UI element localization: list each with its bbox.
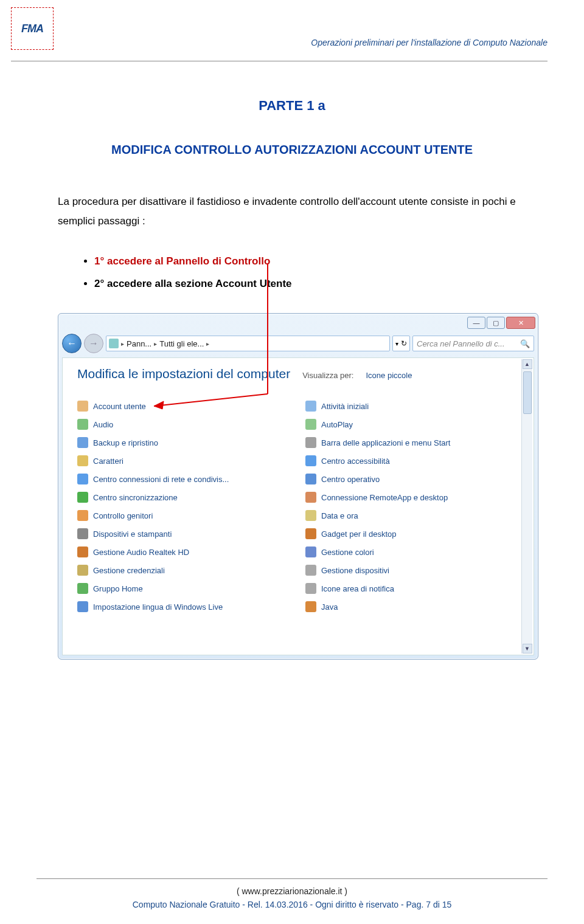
control-panel-window: — ▢ ✕ ← → ▸ Pann... ▸ Tutti gli ele... ▸… — [58, 313, 538, 660]
scroll-track[interactable] — [523, 369, 532, 644]
cp-item-label: Dispositivi e stampanti — [93, 529, 172, 539]
cp-item[interactable]: AutoPlay — [305, 418, 523, 431]
chevron-down-icon[interactable]: ▾ — [395, 340, 398, 347]
cp-item-icon — [305, 565, 316, 576]
page-footer: ( www.prezziarionazionale.it ) Computo N… — [0, 878, 584, 909]
arrow-right-icon: → — [89, 338, 99, 349]
cp-item-icon — [77, 492, 88, 503]
svg-marker-2 — [154, 401, 164, 409]
cp-item-label: Java — [321, 602, 338, 612]
page-header: FMA Operazioni preliminari per l'install… — [0, 0, 584, 61]
cp-item-label: Data e ora — [321, 511, 358, 520]
cp-item[interactable]: Impostazione lingua di Windows Live — [77, 600, 294, 613]
scrollbar[interactable]: ▲ ▼ — [521, 359, 532, 653]
cp-item[interactable]: Gruppo Home — [77, 582, 294, 595]
back-button[interactable]: ← — [62, 334, 82, 353]
cp-item[interactable]: Centro sincronizzazione — [77, 491, 294, 504]
cp-item-icon — [305, 492, 316, 503]
cp-item[interactable]: Connessione RemoteApp e desktop — [305, 491, 523, 504]
cp-item[interactable]: Centro accessibilità — [305, 454, 523, 467]
footer-line-2: Computo Nazionale Gratuito - Rel. 14.03.… — [0, 900, 584, 909]
cp-item-icon — [305, 474, 316, 484]
cp-item-label: Impostazione lingua di Windows Live — [93, 602, 223, 612]
logo-text: FMA — [21, 22, 43, 35]
cp-item[interactable]: Backup e ripristino — [77, 436, 294, 449]
control-panel-icon — [109, 339, 119, 348]
cp-item[interactable]: Controllo genitori — [77, 509, 294, 522]
view-value[interactable]: Icone piccole — [366, 371, 412, 380]
cp-item-label: Icone area di notifica — [321, 584, 394, 593]
cp-item[interactable]: Gestione colori — [305, 545, 523, 559]
cp-item-icon — [77, 546, 88, 557]
cp-item[interactable]: Barra delle applicazioni e menu Start — [305, 436, 523, 449]
cp-item-label: Connessione RemoteApp e desktop — [321, 493, 448, 502]
cp-item-icon — [77, 510, 88, 521]
cp-item-icon — [305, 601, 316, 612]
search-input[interactable]: Cerca nel Pannello di c... 🔍 — [412, 336, 534, 351]
footer-line-1: ( www.prezziarionazionale.it ) — [0, 886, 584, 896]
logo: FMA — [11, 7, 54, 50]
cp-item-icon — [77, 583, 88, 594]
cp-item-icon — [305, 510, 316, 521]
titlebar: — ▢ ✕ — [58, 314, 538, 332]
cp-item-icon — [305, 401, 316, 412]
minimize-button[interactable]: — — [467, 317, 485, 329]
cp-item-icon — [305, 583, 316, 594]
cp-item[interactable]: Gadget per il desktop — [305, 527, 523, 540]
cp-item-label: Audio — [93, 420, 113, 429]
cp-item[interactable]: Centro operativo — [305, 472, 523, 486]
chevron-right-icon: ▸ — [121, 340, 124, 347]
arrow-left-icon: ← — [67, 338, 77, 349]
cp-item[interactable]: Data e ora — [305, 509, 523, 522]
cp-item-label: Centro connessioni di rete e condivis... — [93, 475, 229, 484]
cp-item[interactable]: Gestione credenziali — [77, 564, 294, 577]
scroll-thumb[interactable] — [523, 371, 532, 414]
cp-item-icon — [77, 601, 88, 612]
cp-item[interactable]: Dispositivi e stampanti — [77, 527, 294, 540]
cp-item-icon — [305, 528, 316, 539]
footer-rule — [36, 878, 548, 879]
cp-item-label: Gadget per il desktop — [321, 529, 397, 539]
svg-line-1 — [154, 394, 268, 406]
cp-item[interactable]: Caratteri — [77, 454, 294, 467]
cp-item-icon — [77, 419, 88, 430]
cp-item-icon — [305, 455, 316, 466]
window-body: Modifica le impostazioni del computer Vi… — [62, 357, 534, 655]
cp-item-icon — [77, 437, 88, 448]
red-arrow-annotation — [143, 263, 283, 415]
cp-item[interactable]: Java — [305, 600, 523, 613]
close-button[interactable]: ✕ — [506, 317, 535, 329]
forward-button[interactable]: → — [84, 334, 103, 353]
search-icon: 🔍 — [520, 339, 530, 348]
cp-item-label: Gestione credenziali — [93, 566, 165, 575]
cp-item-icon — [77, 565, 88, 576]
cp-item[interactable]: Attività iniziali — [305, 399, 523, 413]
content: PARTE 1 a MODIFICA CONTROLLO AUTORIZZAZI… — [0, 61, 584, 660]
maximize-button[interactable]: ▢ — [487, 317, 505, 329]
scroll-down-button[interactable]: ▼ — [523, 644, 532, 653]
cp-item-label: AutoPlay — [321, 420, 353, 429]
cp-item-icon — [305, 437, 316, 448]
cp-item[interactable]: Centro connessioni di rete e condivis... — [77, 472, 294, 486]
cp-item-label: Gestione Audio Realtek HD — [93, 548, 189, 557]
search-placeholder: Cerca nel Pannello di c... — [417, 339, 505, 348]
parte-heading: PARTE 1 a — [58, 98, 526, 114]
control-panel-grid: Account utenteAttività inizialiAudioAuto… — [74, 399, 523, 613]
doc-title: Operazioni preliminari per l'installazio… — [311, 38, 548, 47]
cp-item[interactable]: Gestione dispositivi — [305, 564, 523, 577]
cp-item-icon — [77, 401, 88, 412]
refresh-group: ▾ ↻ — [392, 336, 410, 351]
cp-item[interactable]: Icone area di notifica — [305, 582, 523, 595]
screenshot-wrapper: — ▢ ✕ ← → ▸ Pann... ▸ Tutti gli ele... ▸… — [58, 313, 538, 660]
scroll-up-button[interactable]: ▲ — [523, 359, 532, 369]
cp-item-label: Backup e ripristino — [93, 438, 158, 447]
cp-item[interactable]: Audio — [77, 418, 294, 431]
cp-item-icon — [305, 546, 316, 557]
body-heading-row: Modifica le impostazioni del computer Vi… — [74, 367, 523, 381]
cp-item-label: Caratteri — [93, 457, 123, 466]
cp-item-label: Controllo genitori — [93, 511, 153, 520]
refresh-icon[interactable]: ↻ — [401, 339, 407, 348]
cp-item-icon — [77, 474, 88, 484]
cp-item-label: Centro accessibilità — [321, 457, 390, 466]
cp-item[interactable]: Gestione Audio Realtek HD — [77, 545, 294, 559]
